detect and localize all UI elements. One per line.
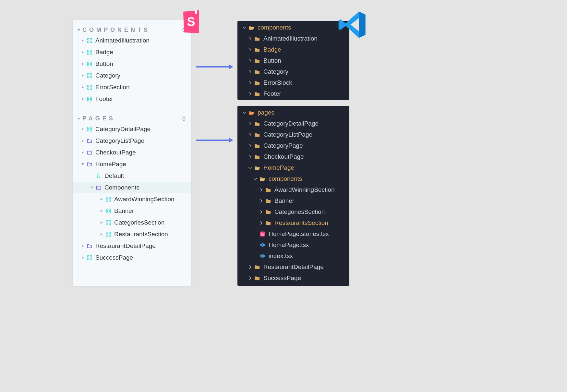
label: CategoryDetailPage <box>263 120 319 127</box>
folder-icon <box>87 138 92 143</box>
storybook-sidebar: COMPONENTS AnimatedIllustration Badge Bu… <box>73 20 191 286</box>
vs-folder-animatedillustration[interactable]: AnimatedIllustration <box>237 33 349 44</box>
vs-file-index-tsx[interactable]: index.tsx <box>237 251 349 262</box>
label: AwardWinningSection <box>274 186 335 193</box>
caret-right-icon <box>81 244 84 248</box>
caret-right-icon <box>81 74 84 77</box>
sb-item-footer[interactable]: Footer <box>73 93 191 105</box>
vs-folder-awardwinningsection[interactable]: AwardWinningSection <box>237 184 349 195</box>
vs-file-homepage-stories[interactable]: HomePage.stories.tsx <box>237 228 349 239</box>
caret-right-icon <box>81 139 84 142</box>
chevron-down-icon <box>253 177 258 181</box>
label: components <box>269 175 302 182</box>
sb-item-badge[interactable]: Badge <box>73 46 191 58</box>
sb-item-category[interactable]: Category <box>73 70 191 81</box>
sb-item-button[interactable]: Button <box>73 58 191 70</box>
chevron-right-icon <box>259 188 263 192</box>
sb-item-successpage[interactable]: SuccessPage <box>73 252 191 263</box>
sb-item-default[interactable]: Default <box>73 170 191 182</box>
label: CategoriesSection <box>114 219 164 226</box>
chevron-right-icon <box>248 154 252 159</box>
label: CategoriesSection <box>274 208 325 215</box>
chevron-down-icon <box>242 25 247 30</box>
vscode-explorer-pages: pages CategoryDetailPage CategoryListPag… <box>237 106 349 286</box>
label: Button <box>95 60 113 67</box>
vs-file-homepage-tsx[interactable]: HomePage.tsx <box>237 239 349 251</box>
chevron-right-icon <box>259 210 263 214</box>
component-icon <box>87 50 92 55</box>
sb-item-banner[interactable]: Banner <box>73 205 191 217</box>
folder-icon <box>265 220 271 226</box>
sb-item-checkoutpage[interactable]: CheckoutPage <box>73 147 191 158</box>
vs-folder-categorypage[interactable]: CategoryPage <box>237 140 349 151</box>
caret-right-icon <box>81 86 84 89</box>
sb-item-components-folder[interactable]: Components <box>73 182 191 193</box>
label: Footer <box>95 95 113 103</box>
vs-folder-components[interactable]: components <box>237 22 349 33</box>
vs-folder-button[interactable]: Button <box>237 55 349 66</box>
label: RestaurantsSection <box>114 231 168 238</box>
arrow-icon <box>196 137 234 143</box>
folder-icon <box>87 243 92 249</box>
caret-right-icon <box>81 51 84 54</box>
vs-folder-homepage[interactable]: HomePage <box>237 162 349 173</box>
vs-folder-homepage-components[interactable]: components <box>237 173 349 184</box>
vs-folder-badge[interactable]: Badge <box>237 44 349 55</box>
folder-icon <box>87 162 92 167</box>
vs-folder-restaurantdetailpage[interactable]: RestaurantDetailPage <box>237 262 349 273</box>
caret-right-icon <box>100 209 103 213</box>
label: CheckoutPage <box>95 149 136 156</box>
folder-open-icon <box>248 110 254 116</box>
vs-folder-categoriessection[interactable]: CategoriesSection <box>237 206 349 217</box>
vs-folder-errorblock[interactable]: ErrorBlock <box>237 77 349 88</box>
sb-item-categoriessection[interactable]: CategoriesSection <box>73 217 191 228</box>
label: SuccessPage <box>263 275 301 282</box>
vs-folder-footer[interactable]: Footer <box>237 88 349 99</box>
vs-folder-pages[interactable]: pages <box>237 107 349 118</box>
caret-down-icon <box>77 29 80 32</box>
section-title: PAGES <box>82 115 181 122</box>
chevron-right-icon <box>248 47 252 52</box>
section-header-components[interactable]: COMPONENTS <box>73 24 191 35</box>
sb-item-categorydetailpage[interactable]: CategoryDetailPage <box>73 123 191 135</box>
label: Footer <box>263 90 281 97</box>
label: SuccessPage <box>95 254 133 261</box>
folder-open-icon <box>254 165 260 171</box>
vs-folder-checkoutpage[interactable]: CheckoutPage <box>237 151 349 162</box>
folder-icon <box>254 121 260 127</box>
folder-icon <box>254 80 260 86</box>
sb-item-homepage[interactable]: HomePage <box>73 158 191 170</box>
folder-icon <box>254 143 260 149</box>
vs-folder-categorydetailpage[interactable]: CategoryDetailPage <box>237 118 349 129</box>
folder-icon <box>254 154 260 160</box>
vs-folder-category[interactable]: Category <box>237 66 349 77</box>
vs-folder-restaurantssection[interactable]: RestaurantsSection <box>237 217 349 228</box>
sb-item-animatedillustration[interactable]: AnimatedIllustration <box>73 35 191 46</box>
caret-right-icon <box>81 97 84 101</box>
label: CategoryPage <box>263 142 303 149</box>
folder-icon <box>254 264 260 270</box>
label: Banner <box>274 197 294 204</box>
section-header-pages[interactable]: PAGES <box>73 113 191 123</box>
caret-right-icon <box>81 128 84 131</box>
sb-item-restaurantdetailpage[interactable]: RestaurantDetailPage <box>73 240 191 252</box>
sb-item-awardwinningsection[interactable]: AwardWinningSection <box>73 193 191 205</box>
component-icon <box>106 232 111 237</box>
label: Badge <box>95 49 113 56</box>
sb-item-restaurantssection[interactable]: RestaurantsSection <box>73 228 191 240</box>
sort-icon[interactable] <box>181 116 187 121</box>
component-icon <box>87 127 92 132</box>
vs-folder-categorylistpage[interactable]: CategoryListPage <box>237 129 349 140</box>
sb-item-errorsection[interactable]: ErrorSection <box>73 81 191 93</box>
folder-icon <box>254 91 260 97</box>
vscode-logo-icon <box>337 10 367 40</box>
label: Banner <box>114 207 134 214</box>
sb-item-categorylistpage[interactable]: CategoryListPage <box>73 135 191 147</box>
chevron-right-icon <box>248 58 252 63</box>
label: CategoryDetailPage <box>95 126 151 133</box>
component-icon <box>106 208 111 214</box>
vs-folder-banner[interactable]: Banner <box>237 195 349 206</box>
vs-folder-successpage[interactable]: SuccessPage <box>237 273 349 284</box>
folder-icon <box>265 187 271 193</box>
chevron-right-icon <box>248 276 252 280</box>
